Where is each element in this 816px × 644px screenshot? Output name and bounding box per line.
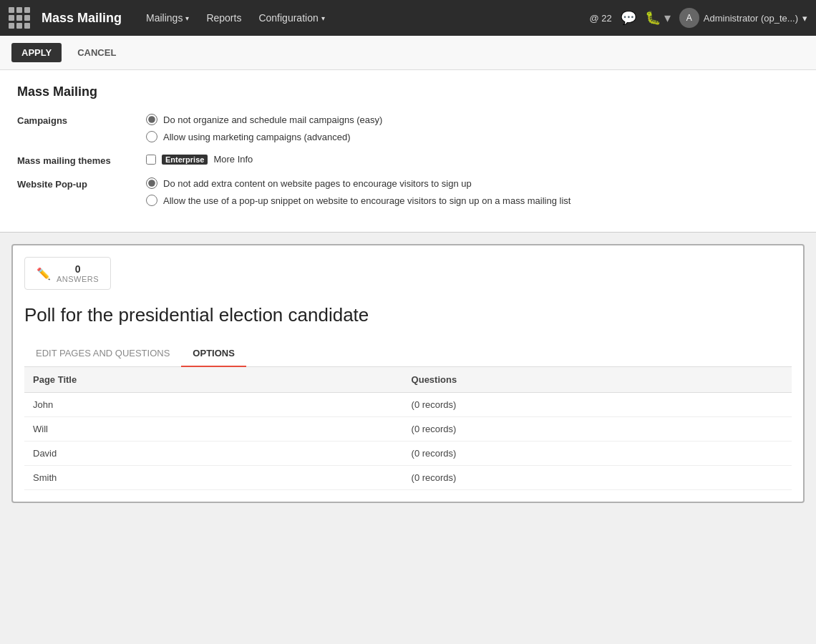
poll-title: Poll for the presidential election candi… <box>24 304 792 326</box>
top-navigation: Mass Mailing Mailings ▾ Reports Configur… <box>0 0 816 36</box>
answers-tab-content: 0 ANSWERS <box>57 263 99 283</box>
cell-page-title: John <box>24 393 403 417</box>
themes-row: Mass mailing themes Enterprise More Info <box>17 154 799 166</box>
enterprise-badge: Enterprise <box>162 155 208 165</box>
answers-label: ANSWERS <box>57 275 99 283</box>
campaigns-option-2[interactable]: Allow using marketing campaigns (advance… <box>146 131 382 142</box>
apps-grid-icon[interactable] <box>9 7 30 29</box>
table-row: David (0 records) <box>24 441 792 466</box>
website-popup-row: Website Pop-up Do not add extra content … <box>17 177 799 206</box>
chevron-down-icon: ▾ <box>802 13 807 24</box>
chat-icon[interactable]: 💬 <box>621 10 636 26</box>
campaigns-row: Campaigns Do not organize and schedule m… <box>17 114 799 142</box>
campaigns-label: Campaigns <box>17 114 146 126</box>
nav-item-configuration[interactable]: Configuration ▾ <box>251 8 331 28</box>
section-title: Mass Mailing <box>17 84 799 99</box>
user-label: Administrator (op_te...) <box>704 13 798 24</box>
cell-questions: (0 records) <box>403 441 792 466</box>
website-popup-options: Do not add extra content on website page… <box>146 177 570 206</box>
poll-tabs: EDIT PAGES AND QUESTIONS OPTIONS <box>24 341 792 367</box>
themes-checkbox[interactable] <box>146 155 156 165</box>
cell-page-title: Will <box>24 417 403 441</box>
answers-count: 0 <box>75 263 81 275</box>
website-popup-option-2[interactable]: Allow the use of a pop-up snippet on web… <box>146 195 570 206</box>
poll-section: ✏️ 0 ANSWERS Poll for the presidential e… <box>11 244 805 503</box>
answers-tab[interactable]: ✏️ 0 ANSWERS <box>24 257 111 290</box>
more-info-text: More Info <box>213 154 253 165</box>
cancel-button[interactable]: CANCEL <box>67 43 126 62</box>
action-toolbar: APPLY CANCEL <box>0 36 816 70</box>
settings-panel: Mass Mailing Campaigns Do not organize a… <box>0 70 816 233</box>
themes-checkbox-option[interactable]: Enterprise More Info <box>146 154 253 165</box>
website-popup-label: Website Pop-up <box>17 177 146 190</box>
tab-edit-pages[interactable]: EDIT PAGES AND QUESTIONS <box>24 341 181 367</box>
avatar: A <box>679 8 699 28</box>
table-header-row: Page Title Questions <box>24 367 792 393</box>
tab-options[interactable]: OPTIONS <box>181 341 246 367</box>
user-menu[interactable]: A Administrator (op_te...) ▾ <box>679 8 807 28</box>
website-popup-radio-2[interactable] <box>146 195 157 206</box>
nav-item-mailings[interactable]: Mailings ▾ <box>139 8 196 28</box>
cell-questions: (0 records) <box>403 466 792 490</box>
campaigns-options: Do not organize and schedule mail campai… <box>146 114 382 142</box>
cell-page-title: Smith <box>24 466 403 490</box>
cell-questions: (0 records) <box>403 417 792 441</box>
website-popup-option-1[interactable]: Do not add extra content on website page… <box>146 177 570 189</box>
chevron-down-icon: ▾ <box>185 14 189 22</box>
campaigns-radio-2[interactable] <box>146 131 157 142</box>
col-questions: Questions <box>403 367 792 393</box>
nav-item-reports[interactable]: Reports <box>199 8 248 28</box>
notification-badge[interactable]: @ 22 <box>589 13 611 24</box>
chevron-down-icon: ▾ <box>321 14 325 22</box>
themes-label: Mass mailing themes <box>17 154 146 166</box>
cell-page-title: David <box>24 441 403 466</box>
app-title: Mass Mailing <box>42 11 122 26</box>
campaigns-radio-1[interactable] <box>146 114 157 125</box>
campaigns-option-1[interactable]: Do not organize and schedule mail campai… <box>146 114 382 125</box>
col-page-title: Page Title <box>24 367 403 393</box>
cell-questions: (0 records) <box>403 393 792 417</box>
pages-table: Page Title Questions John (0 records) Wi… <box>24 367 792 490</box>
edit-icon: ✏️ <box>37 267 51 280</box>
topnav-right: @ 22 💬 🐛 ▾ A Administrator (op_te...) ▾ <box>589 8 807 28</box>
table-row: John (0 records) <box>24 393 792 417</box>
table-row: Smith (0 records) <box>24 466 792 490</box>
nav-menu: Mailings ▾ Reports Configuration ▾ <box>139 8 583 28</box>
themes-options: Enterprise More Info <box>146 154 253 165</box>
apply-button[interactable]: APPLY <box>11 43 62 62</box>
table-row: Will (0 records) <box>24 417 792 441</box>
bug-icon[interactable]: 🐛 ▾ <box>645 10 671 26</box>
website-popup-radio-1[interactable] <box>146 177 157 189</box>
